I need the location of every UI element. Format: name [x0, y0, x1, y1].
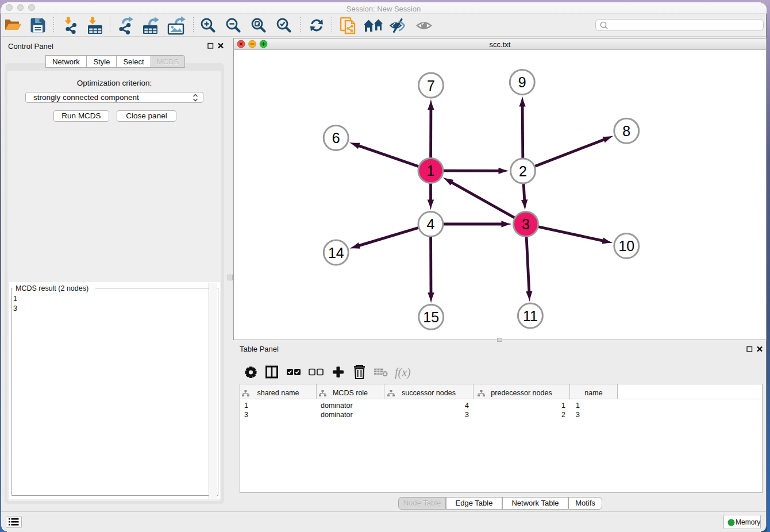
svg-text:4: 4: [427, 216, 435, 232]
svg-text:10: 10: [618, 238, 634, 254]
svg-text:14: 14: [328, 245, 344, 261]
svg-text:3: 3: [522, 216, 530, 232]
svg-text:15: 15: [423, 309, 439, 325]
svg-text:1: 1: [427, 163, 435, 179]
svg-text:7: 7: [427, 78, 435, 94]
svg-text:11: 11: [523, 308, 538, 324]
svg-text:9: 9: [518, 74, 526, 90]
svg-text:8: 8: [622, 123, 630, 139]
svg-text:2: 2: [519, 163, 527, 179]
svg-text:6: 6: [332, 130, 340, 146]
svg-text:f(x): f(x): [395, 366, 411, 379]
